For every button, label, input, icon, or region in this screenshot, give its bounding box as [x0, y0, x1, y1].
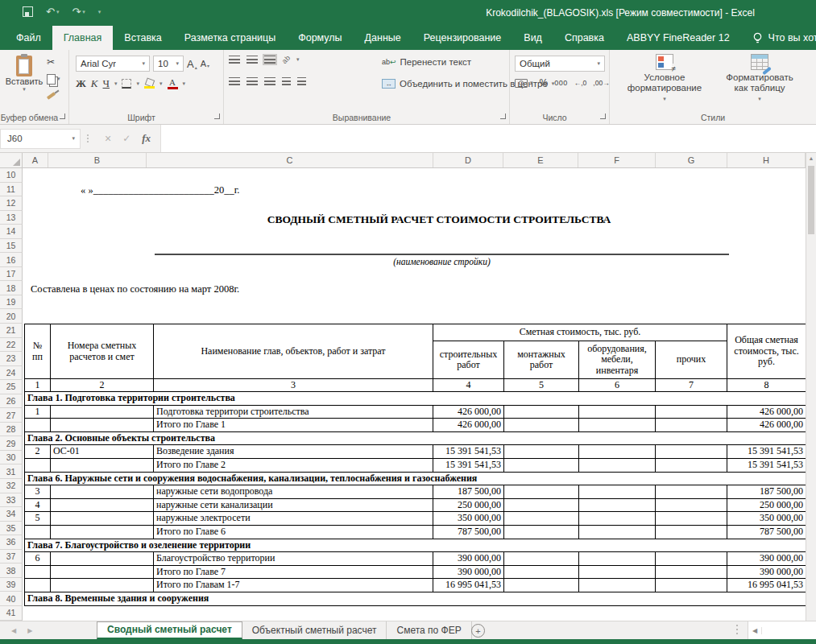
row-header-41[interactable]: 41 — [0, 606, 23, 621]
percent-style-button[interactable]: % — [540, 77, 549, 89]
number-format-combo[interactable]: Общий▾ — [515, 56, 605, 72]
cell-name-caption[interactable]: (наименование стройки) — [155, 257, 729, 266]
table-cell[interactable] — [51, 419, 154, 432]
number-dialog-launcher-icon[interactable] — [600, 114, 606, 119]
table-cell[interactable] — [504, 405, 579, 419]
row-header-13[interactable]: 13 — [0, 211, 23, 225]
table-cell[interactable]: 187 500,00 — [433, 485, 504, 499]
increase-decimal-icon[interactable]: ←,0 — [574, 79, 587, 87]
table-cell[interactable] — [51, 565, 154, 579]
copy-caret-icon[interactable]: ▾ — [57, 76, 60, 82]
table-cell[interactable] — [579, 579, 656, 592]
cell-styles-button[interactable]: Стили ячеек ▾ — [811, 54, 816, 104]
row-header-24[interactable]: 24 — [0, 366, 23, 381]
scroll-left-icon[interactable]: ◀ — [748, 627, 762, 634]
table-cell[interactable]: Итого по Главам 1-7 — [154, 579, 433, 592]
cell-document-title[interactable]: СВОДНЫЙ СМЕТНЫЙ РАСЧЕТ СТОИМОСТИ СТРОИТЕ… — [145, 213, 733, 226]
table-cell[interactable]: 15 391 541,53 — [727, 445, 806, 459]
select-all-corner[interactable] — [0, 153, 23, 167]
paste-button[interactable]: Вставить ▾ — [5, 54, 43, 109]
row-header-21[interactable]: 21 — [0, 324, 23, 338]
chapter-row-cell[interactable]: Глава 6. Наружные сети и сооружения водо… — [25, 472, 806, 485]
align-left-icon[interactable] — [229, 77, 240, 85]
row-header-31[interactable]: 31 — [0, 464, 23, 479]
accounting-caret-icon[interactable]: ▾ — [530, 80, 533, 86]
table-cell[interactable]: 426 000,00 — [727, 419, 806, 432]
table-cell[interactable] — [51, 485, 154, 499]
header-name[interactable]: Наименование глав, объектов, работ и зат… — [154, 324, 433, 379]
header-cost-col[interactable]: строительных работ — [433, 341, 504, 379]
table-cell[interactable]: 15 391 541,53 — [727, 458, 806, 472]
table-cell[interactable]: 426 000,00 — [433, 419, 504, 432]
row-header-33[interactable]: 33 — [0, 493, 23, 508]
header-cost-group[interactable]: Сметная стоимость, тыс. руб. — [433, 324, 727, 341]
row-header-11[interactable]: 11 — [0, 183, 23, 197]
table-cell[interactable]: 1 — [25, 405, 51, 419]
row-header-25[interactable]: 25 — [0, 380, 23, 394]
alignment-dialog-launcher-icon[interactable] — [500, 114, 506, 119]
table-cell[interactable] — [51, 458, 154, 472]
table-cell[interactable] — [25, 458, 51, 472]
ribbon-tab-6[interactable]: Рецензирование — [412, 26, 513, 50]
fill-caret-icon[interactable]: ▾ — [159, 80, 163, 87]
chapter-row-cell[interactable]: Глава 2. Основные объекты строительства — [25, 431, 806, 445]
paste-caret-icon[interactable]: ▾ — [23, 86, 26, 93]
table-cell[interactable]: 250 000,00 — [433, 498, 504, 512]
table-cell[interactable] — [51, 552, 154, 566]
font-dialog-launcher-icon[interactable] — [214, 114, 220, 119]
table-cell[interactable] — [504, 445, 579, 459]
table-cell[interactable] — [656, 579, 727, 592]
column-header-A[interactable]: A — [23, 153, 48, 167]
table-cell[interactable]: 390 000,00 — [433, 552, 504, 566]
copy-button[interactable]: ▾ — [47, 72, 60, 85]
fill-color-icon[interactable] — [144, 79, 155, 89]
table-cell[interactable] — [656, 419, 727, 432]
table-cell[interactable]: ОС-01 — [51, 445, 154, 459]
align-bottom-icon[interactable] — [264, 56, 275, 64]
orientation-icon[interactable]: ab — [280, 54, 292, 65]
row-header-15[interactable]: 15 — [0, 239, 23, 254]
ribbon-tab-9[interactable]: ABBYY FineReader 12 — [615, 26, 741, 50]
borders-caret-icon[interactable]: ▾ — [136, 80, 139, 87]
table-cell[interactable] — [25, 565, 51, 579]
table-cell[interactable] — [51, 579, 154, 592]
align-top-icon[interactable] — [229, 56, 240, 64]
decrease-decimal-icon[interactable]: ,00→ — [593, 79, 609, 87]
italic-button[interactable]: К — [91, 77, 98, 90]
index-cell[interactable]: 6 — [579, 379, 656, 392]
align-middle-icon[interactable] — [246, 56, 258, 64]
row-header-18[interactable]: 18 — [0, 281, 23, 295]
row-header-34[interactable]: 34 — [0, 507, 23, 522]
customize-qat-icon[interactable]: ▾ — [98, 9, 101, 15]
decrease-indent-icon[interactable] — [282, 77, 291, 85]
table-cell[interactable] — [579, 405, 656, 419]
header-no[interactable]: № пп — [25, 324, 51, 379]
row-header-39[interactable]: 39 — [0, 578, 23, 592]
sheet-nav-left-icon[interactable]: ◀ — [11, 627, 16, 634]
table-cell[interactable] — [656, 498, 727, 512]
ribbon-tab-8[interactable]: Справка — [553, 26, 615, 50]
table-cell[interactable] — [504, 485, 579, 499]
table-cell[interactable]: 787 500,00 — [727, 525, 806, 539]
enter-icon[interactable]: ✓ — [122, 133, 130, 144]
table-cell[interactable]: 250 000,00 — [727, 498, 806, 512]
table-cell[interactable] — [656, 458, 727, 472]
table-cell[interactable]: 426 000,00 — [433, 405, 504, 419]
table-cell[interactable] — [504, 512, 579, 526]
header-cost-col[interactable]: монтажных работ — [504, 341, 579, 379]
table-cell[interactable]: наружные электросети — [154, 512, 433, 526]
table-cell[interactable] — [579, 565, 656, 579]
column-header-E[interactable]: E — [503, 153, 578, 167]
increase-indent-icon[interactable] — [297, 77, 306, 85]
tab-splitter-icon[interactable] — [736, 625, 738, 626]
cancel-icon[interactable]: × — [105, 132, 111, 145]
index-cell[interactable]: 4 — [433, 379, 504, 392]
index-cell[interactable]: 1 — [25, 379, 51, 392]
table-cell[interactable] — [579, 552, 656, 566]
vertical-scrollbar[interactable]: ▲ — [806, 153, 816, 621]
name-box-caret-icon[interactable]: ▾ — [72, 135, 75, 142]
row-header-38[interactable]: 38 — [0, 564, 23, 578]
table-cell[interactable]: 426 000,00 — [727, 405, 806, 419]
chapter-row-cell[interactable]: Глава 1. Подготовка территории строитель… — [25, 392, 806, 406]
table-cell[interactable] — [504, 525, 579, 539]
